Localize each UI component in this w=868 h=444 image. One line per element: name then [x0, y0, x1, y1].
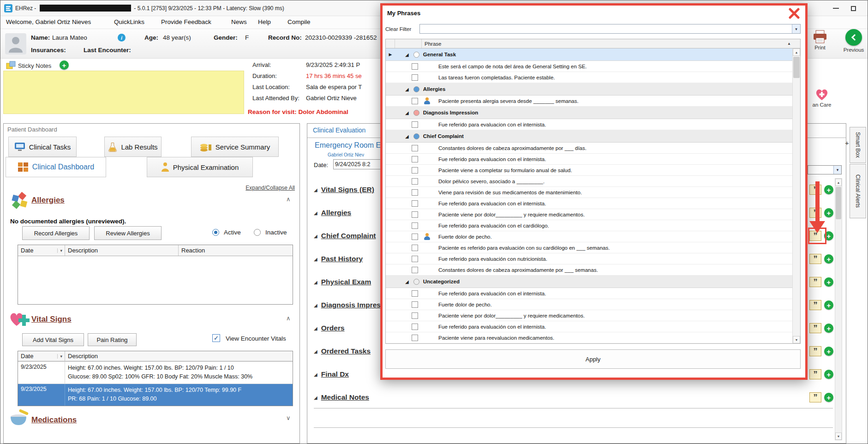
add-entry-button[interactable]: + — [824, 208, 833, 217]
tab-smart-box[interactable]: Smart Box — [850, 127, 866, 163]
expander-icon[interactable]: ◢ — [405, 110, 409, 115]
scrollbar-thumb[interactable] — [793, 57, 800, 78]
expander-icon[interactable]: ◢ — [314, 303, 317, 308]
expander-icon[interactable]: ◢ — [314, 257, 317, 262]
phrase-row[interactable]: Paciente viene a completar su formulario… — [386, 165, 800, 176]
my-phrases-button[interactable]: ” — [809, 300, 821, 310]
add-entry-button[interactable]: + — [824, 277, 833, 287]
phrase-group-row[interactable]: ◢ Diagnosis Impression — [386, 107, 800, 119]
phrase-checkbox[interactable] — [412, 256, 418, 262]
tab-clinical-alerts[interactable]: Clinical Alerts — [850, 164, 866, 218]
my-phrases-button[interactable]: ” — [809, 369, 821, 379]
phrase-checkbox[interactable] — [412, 290, 418, 297]
sticky-note-area[interactable] — [3, 71, 244, 114]
phrase-row[interactable]: Fue referido para evaluación con el inte… — [386, 321, 800, 332]
collapse-allergies-icon[interactable]: ∧ — [286, 196, 291, 203]
phrase-row[interactable]: Dolor pélvico severo, asociado a _______… — [386, 176, 800, 187]
vitals-table-row-selected[interactable]: 9/23/2025 Height: 67.00 inches. Weight: … — [18, 384, 293, 406]
tab-lab-results[interactable]: Lab Results — [104, 137, 162, 157]
phrase-checkbox[interactable] — [412, 301, 418, 308]
eval-section-title[interactable]: Final Dx — [321, 370, 349, 378]
eval-section-title[interactable]: Past History — [321, 255, 363, 263]
phrase-row[interactable]: Fuerte dolor de pecho. — [386, 299, 800, 310]
tab-physical-examination[interactable]: Physical Examination — [147, 157, 253, 177]
phrase-group-row[interactable]: ▶ ◢ General Task — [386, 48, 800, 61]
expander-icon[interactable]: ◢ — [405, 52, 409, 57]
add-entry-button[interactable]: + — [824, 370, 833, 379]
scroll-down-button[interactable]: ▼ — [835, 432, 842, 440]
apply-button[interactable]: Apply — [385, 349, 801, 369]
expander-icon[interactable]: ◢ — [314, 326, 317, 331]
scrollbar-thumb[interactable] — [836, 187, 841, 219]
tab-clinical-dashboard[interactable]: Clinical Dashboard — [6, 157, 106, 177]
close-dialog-button[interactable] — [787, 6, 802, 20]
pain-rating-button[interactable]: Pain Rating — [88, 333, 137, 346]
radio-inactive[interactable] — [254, 229, 261, 236]
phrase-row[interactable]: Este será el campo de nota del área de G… — [386, 61, 800, 72]
sort-ascending-icon[interactable]: ▲ — [787, 42, 797, 46]
add-entry-button[interactable]: + — [824, 300, 833, 310]
eval-section-title[interactable]: Allergies — [321, 209, 351, 217]
menu-provide-feedback[interactable]: Provide Feedback — [161, 18, 211, 25]
expander-icon[interactable]: ◢ — [314, 234, 317, 239]
phrase-checkbox[interactable] — [412, 312, 418, 319]
phrase-checkbox[interactable] — [412, 267, 418, 273]
add-sticky-note-button[interactable]: + — [60, 60, 69, 70]
add-entry-button[interactable]: + — [824, 393, 833, 402]
phrase-row[interactable]: Fue referido para evaluacion con el inte… — [386, 119, 800, 130]
phrase-checkbox[interactable] — [412, 145, 418, 151]
phrase-group-row[interactable]: ◢ Allergies — [386, 83, 800, 96]
phrase-group-row[interactable]: ◢ Uncategorized — [386, 276, 800, 288]
phrase-group-row[interactable]: ◢ Chief Complaint — [386, 130, 800, 143]
dialog-scrollbar[interactable]: ▲ ▼ — [792, 48, 800, 343]
phrase-filter-input[interactable] — [421, 25, 791, 33]
phrase-checkbox[interactable] — [412, 63, 418, 70]
phrase-checkbox[interactable] — [412, 121, 418, 128]
dropdown-icon[interactable]: ▾ — [833, 166, 841, 174]
phrase-column-header[interactable]: Phrase ▲ — [422, 39, 800, 48]
phrase-row[interactable]: Fue referido para evaluación con el card… — [386, 220, 800, 231]
expander-icon[interactable]: ◢ — [314, 187, 317, 192]
dropdown-icon[interactable]: ▾ — [792, 24, 800, 33]
eval-section-title[interactable]: Orders — [321, 324, 345, 332]
phrase-row[interactable]: Paciente viene por dolor_________ y requ… — [386, 209, 800, 220]
print-button[interactable]: Print — [809, 30, 831, 50]
scroll-up-button[interactable]: ▲ — [835, 179, 842, 186]
my-phrases-button[interactable]: ” — [809, 323, 821, 333]
phrase-checkbox[interactable] — [412, 167, 418, 174]
expander-icon[interactable]: ◢ — [314, 395, 317, 400]
minimize-button[interactable] — [828, 0, 844, 16]
eval-section-title[interactable]: Chief Complaint — [321, 232, 376, 240]
eval-scrollbar[interactable]: ▲ ▼ — [835, 178, 842, 440]
previous-button[interactable]: Previous — [841, 29, 866, 53]
expander-icon[interactable]: ◢ — [314, 280, 317, 285]
add-vital-signs-button[interactable]: Add Vital Signs — [22, 333, 84, 346]
tab-service-summary[interactable]: Service Summary — [191, 137, 279, 157]
phrase-row[interactable]: Fue referido para evaluacion con el inte… — [386, 154, 800, 165]
clinical-evaluation-tab[interactable]: Clinical Evaluation — [313, 126, 365, 134]
vitals-col-description[interactable]: Description — [65, 351, 293, 361]
phrase-checkbox[interactable] — [412, 335, 418, 341]
date-filter-dropdown-icon[interactable]: ▾ — [57, 354, 65, 359]
date-filter-dropdown-icon[interactable]: ▾ — [57, 248, 65, 253]
phrase-row[interactable]: Las tareas fueron completadas. Paciente … — [386, 72, 800, 83]
my-phrases-button[interactable]: ” — [809, 254, 821, 264]
tab-clinical-tasks[interactable]: Clinical Tasks — [8, 137, 77, 157]
phrase-row[interactable]: Fuerte dolor de pecho. — [386, 231, 800, 242]
expand-medications-icon[interactable]: ∨ — [286, 414, 291, 421]
phrase-checkbox[interactable] — [412, 98, 418, 104]
expander-icon[interactable]: ◢ — [314, 372, 317, 377]
phrase-row[interactable]: Constantes dolores de cabeza aproximadam… — [386, 264, 800, 276]
scroll-down-button[interactable]: ▼ — [793, 336, 800, 343]
phrase-checkbox[interactable] — [412, 324, 418, 330]
phrase-row[interactable]: Fue referido para evaluación con el inte… — [386, 288, 800, 299]
info-icon[interactable]: i — [118, 34, 126, 42]
expander-icon[interactable]: ◢ — [405, 87, 409, 92]
phrase-row[interactable]: Viene para revisión de sus medicamentos … — [386, 187, 800, 198]
eval-section-title[interactable]: Ordered Tasks — [321, 347, 371, 355]
phrase-checkbox[interactable] — [412, 74, 418, 81]
add-entry-button[interactable]: + — [824, 254, 833, 264]
eval-section-title[interactable]: Physical Exam — [321, 278, 371, 286]
phrase-checkbox[interactable] — [412, 189, 418, 196]
eval-section-title[interactable]: Vital Signs (ER) — [321, 186, 374, 194]
